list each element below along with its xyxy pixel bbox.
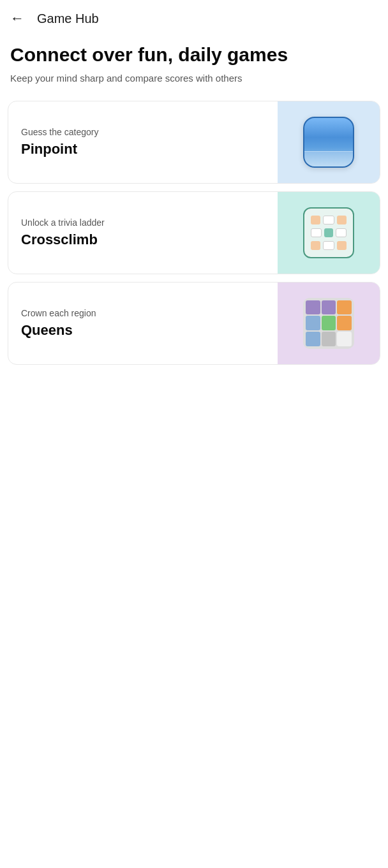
header: ← Game Hub [0,0,388,37]
game-subtitle-crossclimb: Unlock a trivia ladder [21,217,265,228]
hero-subtitle: Keep your mind sharp and compare scores … [10,71,378,85]
queens-cell [306,316,320,330]
queens-icon [303,298,354,349]
game-subtitle-pinpoint: Guess the category [21,127,265,137]
queens-cell [322,332,336,346]
queens-cell [337,300,352,315]
crossclimb-cell [311,216,320,224]
page-title: Game Hub [37,11,99,26]
crossclimb-cell [337,241,347,250]
crossclimb-cell [311,228,322,237]
queens-cell [322,300,336,315]
game-title-crossclimb: Crossclimb [21,232,265,248]
game-card-pinpoint[interactable]: Guess the category Pinpoint [8,101,380,184]
crossclimb-cell [324,228,334,237]
crossclimb-icon [303,207,354,258]
crossclimb-cell [323,241,334,250]
crossclimb-cell [323,216,334,224]
crossclimb-row-1 [311,216,347,224]
pinpoint-icon [303,117,354,168]
queens-cell [337,316,352,330]
game-card-crossclimb[interactable]: Unlock a trivia ladder Crossclimb [8,191,380,274]
game-card-content-queens: Crown each region Queens [8,283,278,364]
queens-cell [306,332,320,346]
game-image-queens [278,283,380,364]
crossclimb-cell [311,241,320,250]
games-list: Guess the category Pinpoint Unlock a tri… [0,101,388,372]
game-subtitle-queens: Crown each region [21,308,265,318]
crossclimb-cell [337,216,347,224]
game-card-content-crossclimb: Unlock a trivia ladder Crossclimb [8,192,278,274]
hero-section: Connect over fun, daily games Keep your … [0,37,388,101]
crossclimb-row-3 [311,241,347,250]
hero-title: Connect over fun, daily games [10,43,378,66]
crossclimb-cell [336,228,347,237]
game-title-queens: Queens [21,322,265,339]
queens-cell [322,316,336,330]
game-title-pinpoint: Pinpoint [21,141,265,158]
back-button[interactable]: ← [10,9,29,28]
game-card-queens[interactable]: Crown each region Queens [8,282,380,365]
game-image-pinpoint [278,101,380,183]
game-card-content-pinpoint: Guess the category Pinpoint [8,101,278,183]
queens-cell [337,332,352,346]
crossclimb-row-2 [311,228,347,237]
queens-cell [306,300,320,315]
game-image-crossclimb [278,192,380,274]
